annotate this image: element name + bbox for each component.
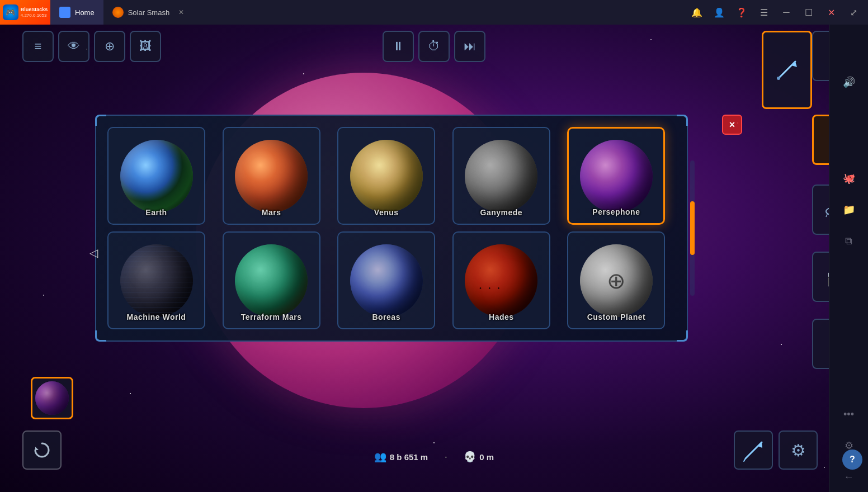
svg-line-1 — [782, 65, 791, 74]
tab-home[interactable]: Home — [50, 0, 103, 25]
sidebar-folder-button[interactable]: 📁 — [835, 196, 863, 224]
fastforward-button[interactable]: ⏭ — [454, 31, 485, 62]
planet-card-venus[interactable]: Venus — [337, 127, 435, 225]
tab-solar-smash[interactable]: Solar Smash ✕ — [103, 0, 193, 25]
gallery-button[interactable]: 🖼 — [130, 31, 161, 62]
titlebar: 🎮 BlueStacks 4.270.0.1053 Home Solar Sma… — [0, 0, 868, 25]
right-sidebar: 🐙 📁 ⧉ 🔊 ••• ⚙ ← — [829, 0, 868, 492]
custom-planet-sphere: ⊕ — [580, 244, 653, 317]
planet-widget-sphere — [35, 381, 69, 415]
tab-solar-smash-label: Solar Smash — [128, 8, 169, 17]
crosshair-button[interactable]: ⊕ — [94, 31, 125, 62]
venus-label: Venus — [338, 208, 434, 217]
missile-bottom-button[interactable] — [734, 430, 773, 470]
population-value: 8 b 651 m — [390, 452, 428, 462]
missile-weapon-svg — [770, 53, 804, 87]
eye-view-button[interactable]: 👁 — [58, 31, 89, 62]
boreas-sphere — [350, 244, 423, 317]
planet-card-mars[interactable]: Mars — [223, 127, 320, 225]
panel-scrollbar[interactable] — [690, 160, 695, 295]
panel-corner-tl — [95, 115, 106, 126]
terraform-mars-sphere — [235, 244, 308, 317]
help-icon[interactable]: ❓ — [734, 4, 749, 20]
help-button[interactable]: ? — [842, 450, 862, 470]
tab-close-icon[interactable]: ✕ — [178, 8, 184, 16]
weapon-missile-icon — [767, 50, 806, 89]
panel-corner-bl — [95, 330, 106, 342]
svg-marker-11 — [35, 447, 39, 450]
persephone-label: Persephone — [569, 207, 663, 216]
solar-tab-icon — [112, 7, 124, 18]
planet-card-terraform-mars[interactable]: Terraform Mars — [223, 231, 320, 329]
boreas-label: Boreas — [338, 313, 434, 321]
mars-sphere — [235, 140, 308, 212]
terraform-mars-label: Terraform Mars — [224, 313, 319, 321]
planet-selection-panel: Earth Mars Venus Ganymede Persephone Mac… — [95, 115, 688, 342]
planet-selected-widget[interactable] — [31, 377, 73, 419]
sidebar-volume-button[interactable]: 🔊 — [835, 68, 863, 96]
app-version: 4.270.0.1053 — [21, 13, 48, 18]
persephone-sphere — [580, 140, 653, 212]
account-icon[interactable]: 👤 — [711, 4, 727, 20]
planet-card-ganymede[interactable]: Ganymede — [452, 127, 550, 225]
reset-button[interactable] — [22, 430, 62, 470]
planet-card-boreas[interactable]: Boreas — [337, 231, 435, 329]
mars-label: Mars — [224, 208, 319, 217]
notification-bell-icon[interactable]: 🔔 — [689, 4, 705, 20]
home-tab-icon — [59, 7, 70, 18]
weapon-selected-box[interactable] — [762, 31, 812, 109]
deaths-icon: 💀 — [464, 451, 476, 463]
earth-label: Earth — [108, 208, 204, 217]
status-separator: · — [445, 452, 447, 462]
restore-button[interactable]: ☐ — [801, 4, 817, 20]
sidebar-octopus-button[interactable]: 🐙 — [835, 164, 863, 192]
timer-button[interactable]: ⏱ — [418, 31, 450, 62]
hades-spots — [465, 244, 537, 317]
weapon-close-icon: × — [729, 119, 735, 131]
sidebar-more-button[interactable]: ••• — [835, 400, 863, 428]
missile-bottom-icon — [741, 438, 766, 463]
ganymede-sphere — [465, 140, 537, 212]
deaths-value: 0 m — [479, 452, 494, 462]
app-name: BlueStacks — [21, 7, 48, 13]
machine-world-label: Machine World — [108, 313, 204, 321]
reset-icon — [31, 439, 53, 461]
menu-icon[interactable]: ☰ — [756, 4, 772, 20]
panel-left-arrow-icon: ◁ — [89, 246, 98, 259]
custom-planet-label: Custom Planet — [568, 313, 664, 321]
titlebar-controls: 🔔 👤 ❓ ☰ ─ ☐ ✕ ⤢ — [689, 4, 868, 20]
planet-card-earth[interactable]: Earth — [107, 127, 205, 225]
sidebar-copy-button[interactable]: ⧉ — [835, 227, 863, 255]
hades-label: Hades — [454, 313, 549, 321]
help-label: ? — [850, 455, 855, 465]
machine-world-sphere — [120, 244, 193, 317]
hamburger-menu-button[interactable]: ≡ — [22, 31, 54, 62]
earth-sphere — [120, 140, 193, 212]
game-toolbar-bottom-right: ⚙ — [734, 430, 818, 470]
tab-home-label: Home — [75, 8, 95, 17]
bluestacks-logo: 🎮 BlueStacks 4.270.0.1053 — [0, 0, 50, 25]
close-button[interactable]: ✕ — [823, 4, 839, 20]
population-status: 👥 8 b 651 m — [374, 451, 428, 463]
svg-line-14 — [744, 458, 746, 461]
planet-card-persephone[interactable]: Persephone — [567, 127, 665, 225]
sidebar-expand-icon[interactable]: ⤢ — [846, 4, 861, 20]
population-icon: 👥 — [374, 451, 386, 463]
machine-lines — [120, 244, 193, 317]
svg-point-3 — [777, 77, 780, 80]
panel-corner-tr — [677, 115, 688, 126]
panel-corner-br — [677, 330, 688, 342]
bluestacks-icon: 🎮 — [3, 4, 18, 20]
pause-button[interactable]: ⏸ — [383, 31, 414, 62]
game-toolbar-top-center: ⏸ ⏱ ⏭ — [383, 31, 485, 62]
settings-bottom-button[interactable]: ⚙ — [779, 430, 818, 470]
weapon-close-button[interactable]: × — [722, 115, 742, 135]
hades-sphere — [465, 244, 537, 317]
minimize-button[interactable]: ─ — [779, 4, 794, 20]
game-toolbar-top-left: ≡ 👁 ⊕ 🖼 — [22, 31, 161, 62]
planet-card-machine-world[interactable]: Machine World — [107, 231, 205, 329]
ganymede-label: Ganymede — [454, 208, 549, 217]
scrollbar-thumb — [690, 201, 695, 255]
planet-card-custom[interactable]: ⊕ Custom Planet — [567, 231, 665, 329]
planet-card-hades[interactable]: Hades — [452, 231, 550, 329]
